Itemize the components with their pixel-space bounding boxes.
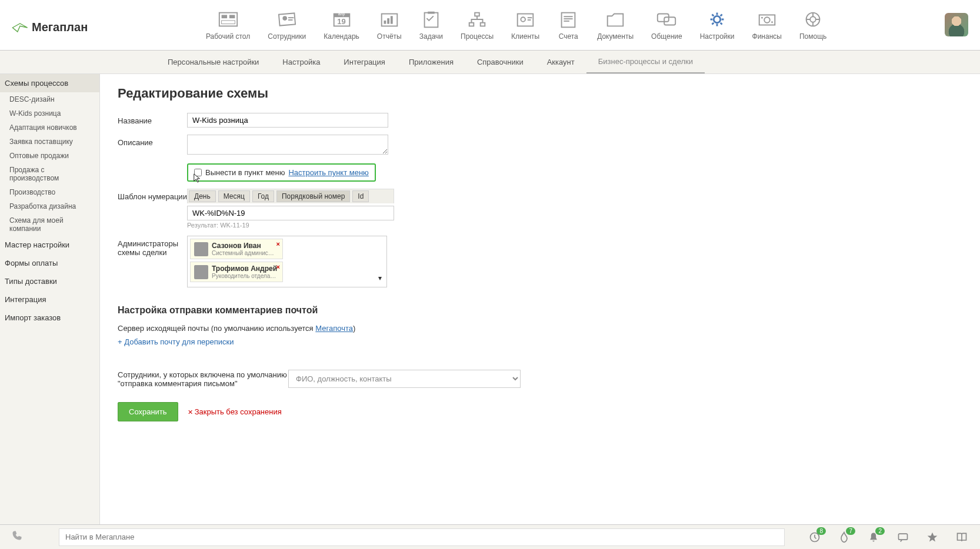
nav-items: Рабочий стол Сотрудники апр19Календарь О…: [64, 10, 968, 45]
svg-point-5: [282, 16, 287, 21]
megapochta-link[interactable]: Мегапочта: [315, 324, 353, 333]
num-result: Результат: WK-11-19: [187, 222, 394, 229]
subnav: Персональные настройки Настройка Интегра…: [0, 51, 980, 74]
nav-label: Отчёты: [377, 32, 402, 41]
nav-label: Сотрудники: [268, 32, 306, 41]
cancel-link[interactable]: Закрыть без сохранения: [188, 407, 282, 416]
mail-section-title: Настройка отправки комментариев почтой: [118, 305, 962, 316]
tag-id[interactable]: Id: [352, 190, 369, 202]
nav-help[interactable]: Помощь: [799, 10, 826, 45]
admin-role: Системный администратор: [212, 250, 276, 256]
admin-name: Трофимов Андрей: [212, 265, 277, 273]
subnav-dicts[interactable]: Справочники: [465, 51, 535, 73]
menu-config-link[interactable]: Настроить пункт меню: [288, 168, 368, 177]
subnav-bpdeals[interactable]: Бизнес-процессы и сделки: [586, 51, 705, 73]
nav-processes[interactable]: Процессы: [461, 10, 494, 45]
nav-finance[interactable]: Финансы: [752, 10, 782, 45]
svg-rect-16: [475, 12, 479, 16]
nav-label: Календарь: [324, 32, 359, 41]
mail-server-text: Сервер исходящей почты (по умолчанию исп…: [118, 324, 962, 333]
nav-settings[interactable]: Настройки: [700, 10, 735, 45]
svg-point-32: [761, 16, 763, 18]
admin-role: Руководитель отдела пр...: [212, 273, 276, 279]
menu-checkbox[interactable]: [194, 169, 202, 176]
num-input[interactable]: [187, 206, 394, 220]
svg-rect-30: [759, 15, 775, 25]
nav-chat[interactable]: Общение: [651, 10, 682, 45]
admins-box[interactable]: Сазонов Иван Системный администратор × Т…: [187, 236, 387, 287]
svg-point-29: [714, 16, 720, 22]
svg-rect-26: [564, 20, 570, 21]
employees-icon: [276, 10, 298, 29]
side-integr[interactable]: Интеграция: [0, 290, 99, 309]
label-desc: Описание: [118, 135, 187, 147]
tag-month[interactable]: Месяц: [218, 190, 250, 202]
nav-desktop[interactable]: Рабочий стол: [206, 10, 250, 45]
nav-label: Настройки: [700, 32, 735, 41]
admin-card: Сазонов Иван Системный администратор ×: [190, 239, 283, 259]
side-sub-desc[interactable]: DESC-дизайн: [0, 92, 99, 106]
subnav-personal[interactable]: Персональные настройки: [156, 51, 271, 73]
svg-rect-13: [391, 16, 393, 24]
user-avatar[interactable]: [945, 13, 968, 36]
clients-icon: [514, 10, 536, 29]
admin-name: Сазонов Иван: [212, 242, 276, 250]
label-admins: Администраторы схемы сделки: [118, 236, 187, 257]
svg-rect-3: [221, 20, 235, 24]
subnav-integration[interactable]: Интеграция: [332, 51, 397, 73]
side-sub-wkids[interactable]: W-Kids розница: [0, 106, 99, 120]
svg-rect-18: [481, 22, 485, 26]
nav-label: Документы: [597, 32, 634, 41]
side-payforms[interactable]: Формы оплаты: [0, 254, 99, 272]
dashboard-icon: [217, 10, 239, 29]
svg-rect-17: [469, 22, 474, 26]
side-sub-company[interactable]: Схема для моей компании: [0, 213, 99, 236]
side-delivery[interactable]: Типы доставки: [0, 272, 99, 290]
side-sub-salesprod[interactable]: Продажа с производством: [0, 163, 99, 185]
label-name: Название: [118, 113, 187, 125]
nav-documents[interactable]: Документы: [597, 10, 634, 45]
subnav-config[interactable]: Настройка: [271, 51, 332, 73]
nav-employees[interactable]: Сотрудники: [268, 10, 306, 45]
svg-point-33: [771, 21, 773, 23]
tag-seq[interactable]: Порядковый номер: [276, 190, 350, 202]
add-mail-link[interactable]: + Добавить почту для переписки: [118, 337, 234, 346]
side-master[interactable]: Мастер настройки: [0, 236, 99, 254]
remove-icon[interactable]: ×: [276, 240, 280, 247]
save-button[interactable]: Сохранить: [118, 402, 178, 421]
side-import[interactable]: Импорт заказов: [0, 309, 99, 327]
emp-select[interactable]: ФИО, должность, контакты: [288, 370, 521, 388]
side-schemes[interactable]: Схемы процессов: [0, 74, 99, 92]
chevron-down-icon[interactable]: ▾: [378, 274, 382, 282]
svg-point-31: [764, 17, 770, 23]
svg-rect-1: [221, 15, 227, 18]
side-sub-design[interactable]: Разработка дизайна: [0, 199, 99, 213]
remove-icon[interactable]: ×: [276, 263, 280, 270]
svg-rect-21: [528, 17, 532, 18]
nav-label: Помощь: [799, 32, 826, 41]
name-input[interactable]: [187, 113, 388, 128]
nav-calendar[interactable]: апр19Календарь: [324, 10, 359, 45]
avatar: [194, 265, 208, 279]
nav-reports[interactable]: Отчёты: [377, 10, 402, 45]
nav-tasks[interactable]: Задачи: [419, 10, 443, 45]
desc-input[interactable]: [187, 135, 388, 155]
nav-clients[interactable]: Клиенты: [511, 10, 539, 45]
side-sub-prod[interactable]: Производство: [0, 185, 99, 199]
nav-label: Рабочий стол: [206, 32, 250, 41]
finance-icon: [756, 10, 778, 29]
side-sub-wholesale[interactable]: Оптовые продажи: [0, 149, 99, 163]
svg-point-20: [521, 17, 526, 22]
content: Редактирование схемы Название Описание В…: [100, 74, 980, 524]
svg-rect-15: [428, 11, 434, 14]
main: Схемы процессов DESC-дизайн W-Kids розни…: [0, 74, 980, 524]
menu-checkbox-box: Вынести в пункт меню Настроить пункт мен…: [187, 163, 376, 182]
tag-year[interactable]: Год: [252, 190, 274, 202]
side-sub-supplier[interactable]: Заявка поставщику: [0, 135, 99, 149]
side-sub-adapt[interactable]: Адаптация новичков: [0, 120, 99, 135]
subnav-apps[interactable]: Приложения: [397, 51, 465, 73]
tag-day[interactable]: День: [189, 190, 216, 202]
subnav-account[interactable]: Аккаунт: [535, 51, 586, 73]
nav-invoices[interactable]: Счета: [557, 10, 579, 45]
calendar-icon: апр19: [331, 10, 353, 29]
